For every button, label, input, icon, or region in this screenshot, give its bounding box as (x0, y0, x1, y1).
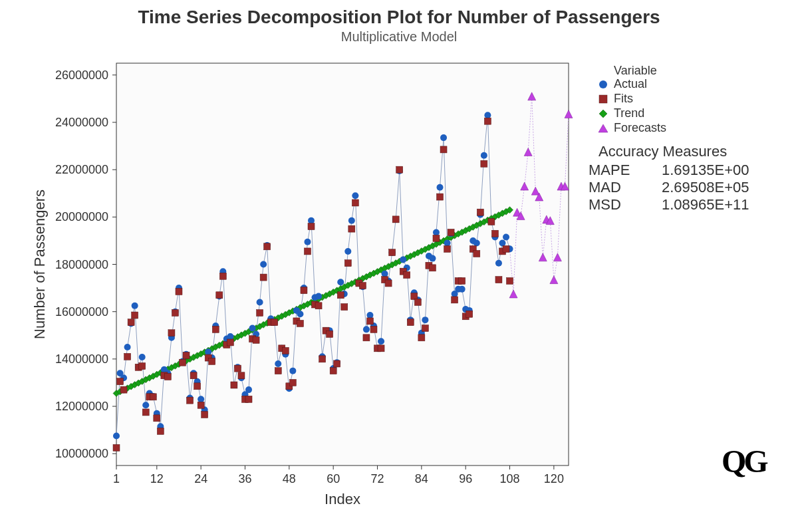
x-tick-label: 36 (238, 472, 251, 485)
y-tick-label: 20000000 (55, 210, 108, 223)
data-point (289, 368, 296, 374)
y-tick-label: 18000000 (55, 258, 108, 271)
y-axis-label: Number of Passengers (31, 190, 48, 339)
data-point (503, 245, 509, 252)
data-point (473, 250, 480, 257)
data-point (352, 192, 358, 199)
data-point (389, 249, 396, 256)
accuracy-value: 1.69135E+00 (662, 162, 749, 178)
data-point (370, 326, 377, 332)
data-point (488, 218, 495, 225)
data-point (422, 317, 428, 323)
data-point (264, 243, 271, 250)
accuracy-value: 1.08965E+11 (662, 196, 749, 213)
data-point (142, 402, 149, 408)
data-point (271, 319, 278, 326)
data-point (257, 309, 263, 316)
x-axis-label: Index (325, 491, 360, 507)
data-point (382, 271, 388, 277)
data-point (495, 260, 502, 267)
y-tick-label: 16000000 (55, 305, 108, 319)
data-point (216, 292, 223, 299)
data-point (477, 209, 483, 215)
legend-item: Trend (614, 106, 644, 120)
svg-point-0 (599, 80, 607, 88)
data-point (124, 353, 131, 360)
title-block: Time Series Decomposition Plot for Numbe… (0, 0, 798, 45)
data-point (113, 444, 120, 451)
data-point (418, 334, 425, 341)
data-point (227, 333, 233, 340)
data-point (495, 277, 502, 283)
y-tick-label: 12000000 (55, 400, 108, 413)
data-point (190, 372, 197, 379)
y-tick-label: 14000000 (55, 352, 108, 366)
y-tick-label: 24000000 (55, 116, 108, 129)
data-point (289, 379, 296, 386)
data-point (466, 311, 473, 317)
data-point (117, 378, 124, 385)
chart-container: Time Series Decomposition Plot for Numbe… (0, 0, 798, 532)
data-point (429, 265, 436, 271)
x-tick-label: 48 (283, 472, 296, 485)
data-point (157, 428, 164, 434)
data-point (205, 348, 211, 355)
data-point (429, 255, 436, 262)
data-point (433, 229, 440, 235)
data-point (411, 293, 418, 300)
data-point (260, 261, 267, 268)
data-point (414, 299, 421, 305)
data-point (378, 345, 384, 352)
data-point (120, 386, 127, 393)
data-point (344, 248, 351, 255)
accuracy-label: MSD (589, 196, 621, 213)
svg-rect-1 (599, 95, 607, 103)
data-point (378, 338, 384, 344)
data-point (139, 363, 146, 370)
data-point (257, 299, 263, 305)
data-point (366, 318, 373, 325)
data-point (348, 225, 355, 232)
svg-marker-2 (599, 110, 607, 118)
data-point (459, 277, 466, 284)
data-point (437, 194, 444, 200)
x-tick-label: 96 (459, 472, 472, 485)
data-point (344, 260, 351, 267)
data-point (113, 433, 120, 440)
data-point (297, 320, 303, 327)
data-point (334, 360, 340, 367)
data-point (201, 411, 208, 418)
data-point (212, 326, 219, 332)
data-point (440, 134, 447, 141)
data-point (308, 223, 315, 230)
data-point (385, 280, 392, 287)
y-tick-label: 22000000 (55, 163, 108, 176)
data-point (315, 303, 322, 309)
svg-marker-3 (598, 124, 608, 132)
data-point (231, 382, 237, 388)
data-point (400, 256, 406, 263)
y-tick-label: 10000000 (55, 447, 108, 460)
data-point (484, 112, 491, 118)
data-point (308, 217, 315, 224)
accuracy-label: MAPE (589, 162, 630, 178)
data-point (234, 365, 241, 372)
data-point (473, 239, 480, 246)
data-point (363, 334, 370, 341)
data-point (337, 292, 344, 299)
y-tick-label: 26000000 (55, 68, 108, 82)
x-tick-label: 12 (150, 472, 164, 485)
data-point (422, 325, 428, 332)
data-point (444, 239, 451, 246)
data-point (245, 396, 252, 402)
data-point (491, 230, 498, 237)
x-tick-label: 24 (194, 472, 207, 485)
data-point (187, 397, 194, 404)
data-point (327, 331, 333, 337)
data-point (124, 344, 131, 350)
data-point (499, 239, 505, 246)
chart-title: Time Series Decomposition Plot for Numbe… (0, 7, 798, 28)
data-point (275, 368, 281, 374)
data-point (260, 274, 267, 281)
legend: VariableActualFitsTrendForecasts (598, 64, 666, 134)
